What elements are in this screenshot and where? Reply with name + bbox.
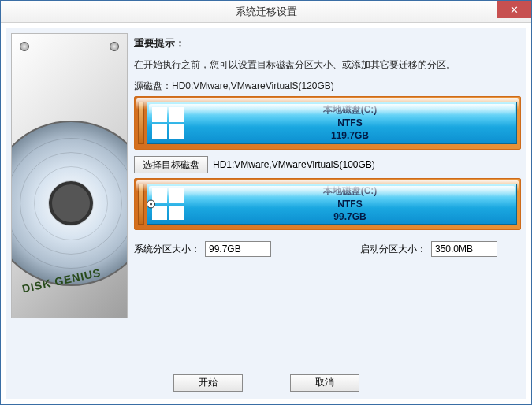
partition-fs: NTFS [184,117,516,130]
dialog-body: DISK GENIUS 重要提示： 在开始执行之前，您可以设置目标磁盘分区大小、… [6,28,526,399]
titlebar: 系统迁移设置 ✕ [1,1,531,23]
boot-strip[interactable] [138,184,144,225]
target-partition-info: 本地磁盘(C:) NTFS 99.7GB [184,184,516,224]
partition-name: 本地磁盘(C:) [184,103,516,117]
source-partition-bar: 本地磁盘(C:) NTFS 119.7GB [134,96,521,150]
window-title: 系统迁移设置 [236,5,297,19]
select-target-button[interactable]: 选择目标磁盘 [134,156,208,173]
partition-size: 119.7GB [184,129,516,143]
source-disk-line: 源磁盘：HD0:VMware,VMwareVirtualS(120GB) [134,80,521,93]
partition-name: 本地磁盘(C:) [184,184,516,198]
target-system-partition[interactable]: 本地磁盘(C:) NTFS 99.7GB [147,184,517,225]
source-value: HD0:VMware,VMwareVirtualS(120GB) [172,80,334,91]
windows-icon [152,107,184,139]
hint-title: 重要提示： [134,36,521,50]
start-button[interactable]: 开始 [173,374,243,392]
footer: 开始 取消 [6,366,526,399]
close-button[interactable]: ✕ [497,1,531,18]
resize-handle-icon[interactable] [147,200,155,209]
cancel-button[interactable]: 取消 [290,374,359,392]
target-disk-value: HD1:VMware,VMwareVirtualS(100GB) [213,159,375,170]
target-partition-bar[interactable]: 本地磁盘(C:) NTFS 99.7GB [134,178,521,230]
hint-text: 在开始执行之前，您可以设置目标磁盘分区大小、或添加其它要迁移的分区。 [134,58,521,72]
boot-size-input[interactable] [431,241,497,257]
size-fields-row: 系统分区大小： 启动分区大小： [134,241,521,257]
content-area: DISK GENIUS 重要提示： 在开始执行之前，您可以设置目标磁盘分区大小、… [6,28,526,366]
main-panel: 重要提示： 在开始执行之前，您可以设置目标磁盘分区大小、或添加其它要迁移的分区。… [134,33,521,361]
partition-fs: NTFS [184,198,516,211]
sidebar-disk-image: DISK GENIUS [11,33,128,318]
boot-size-label: 启动分区大小： [360,243,426,256]
sys-size-input[interactable] [205,241,271,257]
windows-icon [152,188,184,220]
boot-strip [138,102,144,144]
source-partition-info: 本地磁盘(C:) NTFS 119.7GB [184,103,516,143]
sys-size-label: 系统分区大小： [134,243,200,256]
source-system-partition: 本地磁盘(C:) NTFS 119.7GB [147,102,517,144]
target-select-row: 选择目标磁盘 HD1:VMware,VMwareVirtualS(100GB) [134,156,521,173]
source-label: 源磁盘： [134,80,172,91]
close-icon: ✕ [510,4,519,16]
system-migration-dialog: 系统迁移设置 ✕ DISK GENIUS 重要提示： 在开始执行之前，您可以设置… [0,0,532,405]
partition-size: 99.7GB [184,210,516,224]
